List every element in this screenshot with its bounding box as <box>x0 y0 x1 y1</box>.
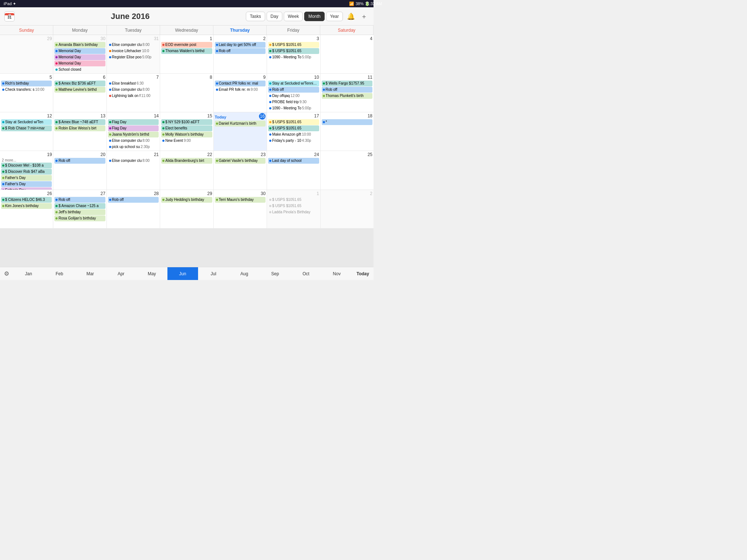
year-button[interactable]: Year <box>326 12 343 21</box>
cell-jun-30[interactable]: 30 Terri Mauro's birthday <box>214 190 267 228</box>
event[interactable]: $ Rob Chase ? min+mar <box>1 125 52 131</box>
event[interactable]: Flag Day <box>108 125 159 131</box>
more-events[interactable]: 2 more... <box>1 158 52 163</box>
month-may[interactable]: May <box>136 267 167 280</box>
cell-jun-6[interactable]: 6 $ Amex Biz $736 aEFT Matthew Levine's … <box>53 74 106 112</box>
today-button[interactable]: Today <box>352 267 374 280</box>
event-fathers-day-1[interactable]: Father's Day <box>1 175 52 181</box>
month-jun[interactable]: Jun <box>167 267 198 280</box>
week-button[interactable]: Week <box>284 12 303 21</box>
cell-jul-1[interactable]: 1 $ USPS $1051.65 $ USPS $1051.65 Ladda … <box>267 190 320 228</box>
event[interactable]: $ USPS $1051.65 <box>268 125 319 131</box>
month-jul[interactable]: Jul <box>198 267 229 280</box>
event[interactable]: Elect benefits <box>161 125 212 131</box>
month-apr[interactable]: Apr <box>106 267 137 280</box>
event[interactable]: Memorial Day <box>54 48 105 54</box>
event-fathers-day-2[interactable]: Father's Day <box>1 181 52 187</box>
cell-jun-13[interactable]: 13 $ Amex Blue ~748 aEFT Robin Elise Wei… <box>53 112 106 151</box>
event-fathers-day-3[interactable]: Father's Day <box>1 187 52 189</box>
month-nov[interactable]: Nov <box>321 267 352 280</box>
day-button[interactable]: Day <box>267 12 282 21</box>
cell-jul-2[interactable]: 2 <box>321 190 374 228</box>
event[interactable]: Gabriel Vasile's birthday <box>215 158 266 164</box>
event[interactable]: $ USPS $1051.65 <box>268 119 319 125</box>
event[interactable]: $ USPS $1051.65 <box>268 197 319 203</box>
event[interactable]: Email PR folk re: m 9:00 <box>215 87 266 93</box>
event[interactable]: Elise computer clu 8:00 <box>108 158 159 164</box>
event[interactable]: $ USPS $1051.65 <box>268 203 319 209</box>
event[interactable]: $ Amex Biz $736 aEFT <box>54 81 105 86</box>
event[interactable]: Judy Hedding's birthday <box>161 197 212 203</box>
event[interactable]: $ NY 529 $100 aEFT <box>161 119 212 125</box>
event[interactable]: Stay at Secluded w/Tennis/Koi Pond/Hot T… <box>268 81 319 86</box>
tasks-button[interactable]: Tasks <box>246 12 265 21</box>
event[interactable]: EOD evernote post <box>161 42 212 48</box>
event[interactable]: * <box>322 119 372 125</box>
event[interactable]: 1090 - Meeting To 5:00p <box>268 105 319 111</box>
event[interactable]: Rob off <box>108 197 159 203</box>
event[interactable]: Molly Watson's birthday <box>161 132 212 137</box>
event[interactable]: Check transfers: s 10:00 <box>1 87 52 93</box>
month-feb[interactable]: Feb <box>44 267 75 280</box>
cell-jun-24[interactable]: 24 Last day of school <box>267 151 320 189</box>
event[interactable]: Lightning talk on f 11:00 <box>108 93 159 99</box>
cell-jun-28[interactable]: 28 Rob off <box>107 190 160 228</box>
event[interactable]: PROBE field trip 9:30 <box>268 99 319 105</box>
cell-jun-4[interactable]: 4 <box>321 35 374 73</box>
event[interactable]: Invoice Lifehacker 10:0 <box>108 48 159 54</box>
cell-jun-20[interactable]: 20 Rob off <box>53 151 106 189</box>
event[interactable]: Flag Day <box>108 119 159 125</box>
settings-button[interactable]: ⚙ <box>0 267 13 280</box>
cell-jun-25[interactable]: 25 <box>321 151 374 189</box>
event[interactable]: Make Amazon gift 10:00 <box>268 132 319 137</box>
event[interactable]: Elise breakfast 6:30 <box>108 81 159 86</box>
event[interactable]: Elise computer clu 8:00 <box>108 42 159 48</box>
event[interactable]: New Event 9:00 <box>161 138 212 144</box>
event[interactable]: Rob off <box>54 197 105 203</box>
event[interactable]: 1090 - Meeting To 5:00p <box>268 54 319 60</box>
event[interactable]: Memorial Day <box>54 61 105 66</box>
month-mar[interactable]: Mar <box>75 267 106 280</box>
cell-jun-2[interactable]: 2 Last day to get 50% off Rob off <box>214 35 267 73</box>
event[interactable]: Elise computer clu 8:00 <box>108 87 159 93</box>
event[interactable]: $ Citizens HELOC $46.3 <box>1 197 52 203</box>
event[interactable]: Thomas Walden's birthd <box>161 48 212 54</box>
cell-jun-26[interactable]: 26 $ Citizens HELOC $46.3 Kim Jones's bi… <box>0 190 53 228</box>
event[interactable]: Rosa Golijan's birthday <box>54 215 105 221</box>
cell-jun-8[interactable]: 8 <box>160 74 213 112</box>
cell-jun-18[interactable]: 18 * <box>321 112 374 151</box>
cell-may-30[interactable]: 30 Amanda Blain's birthday Memorial Day … <box>53 35 106 73</box>
event[interactable]: Amanda Blain's birthday <box>54 42 105 48</box>
event[interactable]: Stay at Secluded w/Ten <box>1 119 52 125</box>
month-oct[interactable]: Oct <box>291 267 322 280</box>
cell-jun-16-today[interactable]: Today 16 Daniel Kurtzman's birth <box>214 112 267 151</box>
event[interactable]: Contact PR folks re: mal <box>215 81 266 86</box>
event[interactable]: Register Elise poo 5:00p <box>108 54 159 60</box>
event[interactable]: Robin Elise Weiss's birt <box>54 125 105 131</box>
event[interactable]: Jeff's birthday <box>54 209 105 215</box>
event[interactable]: Rob off <box>322 87 372 93</box>
month-jan[interactable]: Jan <box>13 267 44 280</box>
event[interactable]: $ USPS $1051.65 <box>268 42 319 48</box>
cell-may-29[interactable]: 29 <box>0 35 53 73</box>
event[interactable]: Rob off <box>268 87 319 93</box>
cell-jun-1[interactable]: 1 EOD evernote post Thomas Walden's birt… <box>160 35 213 73</box>
cell-jun-19[interactable]: 19 2 more... $ Discover Mel - $108 a $ D… <box>0 151 53 189</box>
cell-jun-27[interactable]: 27 Rob off $ Amazon Chase ~125 a Jeff's … <box>53 190 106 228</box>
cell-jun-3[interactable]: 3 $ USPS $1051.65 $ USPS $1051.65 1090 -… <box>267 35 320 73</box>
notification-button[interactable]: 🔔 <box>346 11 356 22</box>
event[interactable]: $ Amazon Chase ~125 a <box>54 203 105 209</box>
cell-jun-7[interactable]: 7 Elise breakfast 6:30 Elise computer cl… <box>107 74 160 112</box>
event[interactable]: Rob off <box>215 48 266 54</box>
event[interactable]: Rich's birthday <box>1 81 52 86</box>
month-sep[interactable]: Sep <box>260 267 291 280</box>
add-button[interactable]: ＋ <box>359 11 369 22</box>
cell-may-31[interactable]: 31 Elise computer clu 8:00 Invoice Lifeh… <box>107 35 160 73</box>
event[interactable]: $ USPS $1051.65 <box>268 48 319 54</box>
month-button[interactable]: Month <box>304 12 324 21</box>
cell-jun-10[interactable]: 10 Stay at Secluded w/Tennis/Koi Pond/Ho… <box>267 74 320 112</box>
event[interactable]: Terri Mauro's birthday <box>215 197 266 203</box>
cell-jun-17[interactable]: 17 $ USPS $1051.65 $ USPS $1051.65 Make … <box>267 112 320 151</box>
cell-jun-23[interactable]: 23 Gabriel Vasile's birthday <box>214 151 267 189</box>
event[interactable]: Ladda Pinola's Birthday <box>268 209 319 215</box>
